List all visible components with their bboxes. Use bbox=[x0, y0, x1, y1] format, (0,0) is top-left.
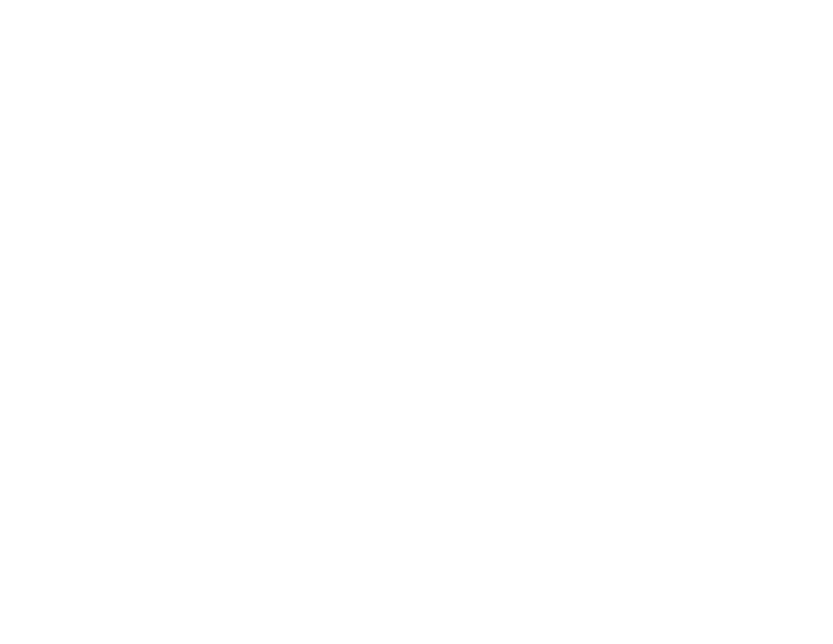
org-chart bbox=[0, 0, 833, 644]
